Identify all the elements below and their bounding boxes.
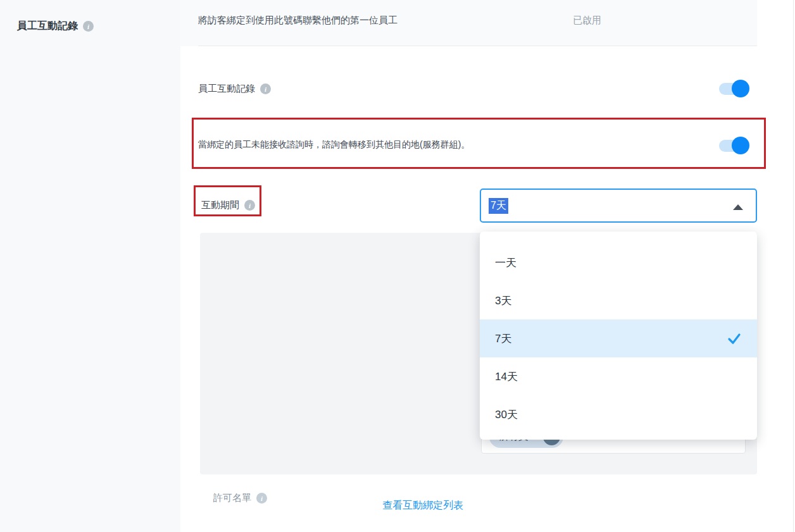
allow-list-label: 許可名單 — [213, 492, 251, 504]
period-dropdown-menu: 一天 3天 7天 14天 30天 — [480, 232, 757, 440]
bind-first-employee-label: 將訪客綁定到使用此號碼聯繫他們的第一位員工 — [198, 15, 398, 27]
option-label: 30天 — [495, 407, 518, 422]
enabled-status-text: 已啟用 — [573, 15, 601, 27]
interaction-record-toggle[interactable] — [719, 79, 749, 98]
info-icon[interactable]: i — [256, 493, 267, 504]
chevron-up-icon — [733, 204, 743, 210]
bind-first-employee-row: 將訪客綁定到使用此號碼聯繫他們的第一位員工 已啟用 — [180, 0, 757, 46]
toggle-knob — [732, 80, 749, 97]
dropdown-option-selected[interactable]: 7天 — [480, 319, 757, 357]
dropdown-option[interactable]: 3天 — [480, 281, 757, 319]
interaction-period-label: 互動期間 — [201, 199, 239, 211]
interaction-record-label: 員工互動記錄 — [198, 83, 255, 95]
scroll-edge-line — [793, 0, 794, 532]
info-icon[interactable]: i — [244, 200, 255, 211]
interaction-record-row: 員工互動記錄 i — [198, 83, 271, 95]
sidebar-title-text: 員工互動記錄 — [17, 20, 78, 33]
option-label: 3天 — [495, 294, 511, 308]
sidebar-section-title: 員工互動記錄 i — [17, 20, 94, 33]
info-icon[interactable]: i — [83, 21, 94, 32]
interaction-period-row: 互動期間 i — [201, 199, 255, 211]
toggle-knob — [732, 137, 749, 154]
option-label: 7天 — [495, 331, 511, 346]
dropdown-option[interactable]: 一天 — [480, 244, 757, 281]
divider — [198, 46, 757, 46]
option-label: 14天 — [495, 369, 518, 384]
settings-page: 員工互動記錄 i 將訪客綁定到使用此號碼聯繫他們的第一位員工 已啟用 員工互動記… — [0, 0, 795, 532]
interaction-period-select[interactable]: 7天 — [480, 189, 757, 223]
interaction-period-value: 7天 — [489, 198, 508, 214]
option-label: 一天 — [495, 256, 516, 270]
dropdown-option[interactable]: 30天 — [480, 395, 757, 433]
overflow-rule-label: 當綁定的員工未能接收諮詢時，諮詢會轉移到其他目的地(服務群組)。 — [198, 139, 470, 151]
dropdown-option[interactable]: 14天 — [480, 357, 757, 395]
info-icon[interactable]: i — [260, 84, 271, 94]
check-icon — [727, 331, 742, 346]
allow-list-row: 許可名單 i — [213, 492, 267, 504]
overflow-rule-toggle[interactable] — [719, 136, 749, 155]
view-binding-list-link[interactable]: 查看互動綁定列表 — [382, 499, 463, 512]
sidebar: 員工互動記錄 i — [0, 0, 180, 532]
